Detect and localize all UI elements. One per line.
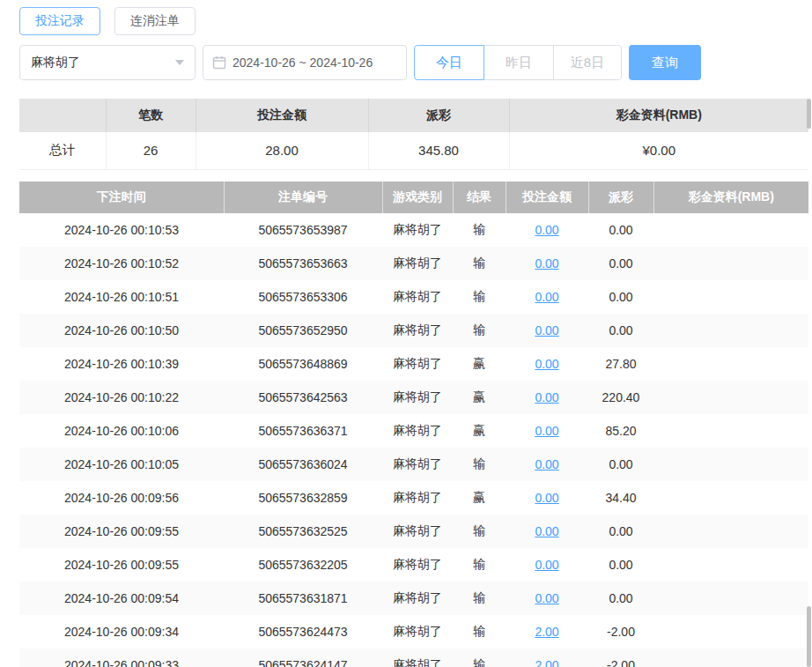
- bet-amount-link[interactable]: 0.00: [535, 223, 558, 237]
- filter-row: 麻将胡了 2024-10-26 ~ 2024-10-26 今日 昨日 近8日 查…: [19, 45, 812, 80]
- cell-bet-time: 2024-10-26 00:10:50: [19, 314, 224, 347]
- bet-amount-link[interactable]: 2.00: [535, 625, 558, 639]
- quick-filter-today[interactable]: 今日: [414, 45, 484, 80]
- table-row: 2024-10-26 00:10:51 5065573653306 麻将胡了 输…: [19, 280, 808, 314]
- summary-total-bet-amount: 28.00: [196, 132, 368, 169]
- cell-bonus: [653, 548, 808, 582]
- cell-bet-amount: 0.00: [506, 582, 588, 615]
- quick-filter-yesterday[interactable]: 昨日: [484, 45, 554, 80]
- cell-result: 输: [453, 213, 506, 247]
- cell-bet-time: 2024-10-26 00:09:56: [19, 481, 224, 515]
- cell-bet-amount: 2.00: [506, 615, 588, 648]
- scrollbar-thumb-bottom[interactable]: [807, 606, 811, 667]
- search-button[interactable]: 查询: [629, 45, 701, 80]
- cell-bet-time: 2024-10-26 00:10:06: [19, 414, 224, 448]
- cell-game-type: 麻将胡了: [382, 314, 453, 347]
- cell-payout: -2.00: [588, 615, 653, 648]
- cell-game-type: 麻将胡了: [382, 615, 453, 648]
- cell-result: 输: [453, 314, 506, 347]
- cell-bet-amount: 0.00: [506, 314, 588, 347]
- cell-bonus: [653, 582, 808, 615]
- cell-bet-amount: 0.00: [506, 381, 588, 414]
- tabs-row: 投注记录 连消注单: [19, 7, 812, 35]
- cell-bet-time: 2024-10-26 00:10:51: [19, 280, 224, 314]
- col-header-game-type: 游戏类别: [382, 182, 453, 213]
- cell-result: 赢: [453, 481, 506, 515]
- table-row: 2024-10-26 00:09:54 5065573631871 麻将胡了 输…: [19, 582, 808, 615]
- summary-col-bet-amount: 投注金额: [196, 99, 368, 132]
- col-header-order-id: 注单编号: [224, 182, 382, 213]
- bet-amount-link[interactable]: 0.00: [535, 524, 558, 538]
- bet-amount-link[interactable]: 0.00: [535, 256, 558, 271]
- table-row: 2024-10-26 00:09:55 5065573632205 麻将胡了 输…: [19, 548, 808, 582]
- bet-amount-link[interactable]: 0.00: [535, 591, 558, 605]
- cell-order-id: 5065573653987: [224, 213, 382, 247]
- cell-result: 赢: [453, 347, 506, 381]
- cell-bet-amount: 0.00: [506, 280, 588, 314]
- cell-payout: 0.00: [588, 582, 653, 615]
- cell-payout: 0.00: [588, 448, 653, 481]
- bet-amount-link[interactable]: 0.00: [535, 457, 558, 471]
- cell-game-type: 麻将胡了: [382, 213, 453, 247]
- cell-bet-amount: 0.00: [506, 515, 588, 548]
- table-row: 2024-10-26 00:09:34 5065573624473 麻将胡了 输…: [19, 615, 808, 648]
- cell-payout: 0.00: [588, 280, 653, 314]
- table-row: 2024-10-26 00:09:56 5065573632859 麻将胡了 赢…: [19, 481, 808, 515]
- cell-payout: 0.00: [588, 314, 653, 347]
- bet-amount-link[interactable]: 0.00: [535, 390, 558, 404]
- cell-bonus: [653, 414, 808, 448]
- cell-bet-time: 2024-10-26 00:09:55: [19, 515, 224, 548]
- cell-order-id: 5065573631871: [224, 582, 382, 615]
- scrollbar-thumb-top[interactable]: [807, 99, 811, 129]
- cell-game-type: 麻将胡了: [382, 515, 453, 548]
- cell-bonus: [653, 448, 808, 481]
- bet-amount-link[interactable]: 0.00: [535, 558, 558, 572]
- cell-bonus: [653, 648, 808, 667]
- cell-game-type: 麻将胡了: [382, 347, 453, 381]
- cell-payout: -2.00: [588, 648, 653, 667]
- cell-payout: 85.20: [588, 414, 653, 448]
- cell-order-id: 5065573636371: [224, 414, 382, 448]
- cell-result: 输: [453, 448, 506, 481]
- bet-amount-link[interactable]: 2.00: [535, 658, 558, 667]
- cell-result: 输: [453, 515, 506, 548]
- col-header-bonus: 彩金资料(RMB): [653, 182, 808, 213]
- cell-order-id: 5065573632205: [224, 548, 382, 582]
- bet-amount-link[interactable]: 0.00: [535, 290, 558, 304]
- bet-amount-link[interactable]: 0.00: [535, 424, 558, 438]
- date-range-picker[interactable]: 2024-10-26 ~ 2024-10-26: [203, 45, 407, 80]
- cell-bet-time: 2024-10-26 00:09:34: [19, 615, 224, 648]
- bet-amount-link[interactable]: 0.00: [535, 491, 558, 505]
- col-header-bet-amount: 投注金额: [506, 182, 588, 213]
- cell-payout: 0.00: [588, 247, 653, 280]
- cell-game-type: 麻将胡了: [382, 582, 453, 615]
- cell-bet-time: 2024-10-26 00:09:33: [19, 648, 224, 667]
- betting-records-page: 投注记录 连消注单 麻将胡了 2024-10-26 ~ 2024-10-26 今…: [0, 0, 812, 667]
- cell-order-id: 5065573653663: [224, 247, 382, 280]
- cell-bonus: [653, 280, 808, 314]
- table-row: 2024-10-26 00:10:39 5065573648869 麻将胡了 赢…: [19, 347, 808, 381]
- summary-total-bonus: ¥0.00: [509, 132, 808, 169]
- summary-col-bonus: 彩金资料(RMB): [509, 99, 808, 132]
- bet-amount-link[interactable]: 0.00: [535, 323, 558, 337]
- summary-col-count: 笔数: [106, 99, 196, 132]
- tab-cancelled-orders[interactable]: 连消注单: [114, 7, 196, 35]
- tab-betting-records[interactable]: 投注记录: [19, 7, 100, 35]
- table-row: 2024-10-26 00:09:33 5065573624147 麻将胡了 输…: [19, 648, 808, 667]
- cell-order-id: 5065573652950: [224, 314, 382, 347]
- cell-result: 赢: [453, 381, 506, 414]
- cell-game-type: 麻将胡了: [382, 247, 453, 280]
- cell-payout: 0.00: [588, 213, 653, 247]
- cell-result: 输: [453, 648, 506, 667]
- summary-total-payout: 345.80: [368, 132, 509, 169]
- quick-filter-last8days[interactable]: 近8日: [553, 45, 622, 80]
- cell-game-type: 麻将胡了: [382, 548, 453, 582]
- cell-bet-amount: 0.00: [506, 448, 588, 481]
- cell-bonus: [653, 615, 808, 648]
- col-header-result: 结果: [453, 182, 506, 213]
- cell-bonus: [653, 381, 808, 414]
- cell-bet-amount: 0.00: [506, 481, 588, 515]
- game-type-select[interactable]: 麻将胡了: [19, 45, 196, 80]
- cell-bonus: [653, 314, 808, 347]
- bet-amount-link[interactable]: 0.00: [535, 357, 558, 371]
